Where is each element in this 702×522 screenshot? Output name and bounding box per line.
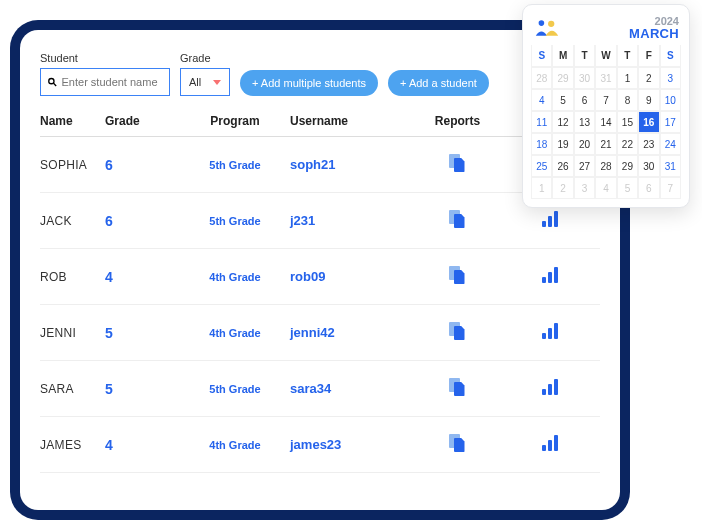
calendar-dow: F — [638, 45, 659, 67]
calendar-day[interactable]: 2 — [552, 177, 573, 199]
calendar-header: 2024 MARCH — [531, 15, 681, 41]
calendar-day[interactable]: 16 — [638, 111, 659, 133]
report-icon — [449, 210, 467, 228]
calendar-day[interactable]: 1 — [617, 67, 638, 89]
cell-program[interactable]: 4th Grade — [180, 439, 290, 451]
student-search-input[interactable] — [40, 68, 170, 96]
cell-grade[interactable]: 4 — [105, 269, 180, 285]
table-body: SOPHIA65th Gradesoph21JACK65th Gradej231… — [40, 137, 600, 473]
col-header-grade: Grade — [105, 114, 180, 128]
calendar-day[interactable]: 29 — [617, 155, 638, 177]
grade-filter-label: Grade — [180, 52, 230, 64]
cell-username[interactable]: soph21 — [290, 157, 405, 172]
cell-program[interactable]: 4th Grade — [180, 271, 290, 283]
grade-select[interactable]: All — [180, 68, 230, 96]
cell-reports[interactable] — [405, 154, 510, 175]
calendar-dow: W — [595, 45, 616, 67]
calendar-day[interactable]: 12 — [552, 111, 573, 133]
col-header-name: Name — [40, 114, 105, 128]
calendar-day[interactable]: 13 — [574, 111, 595, 133]
calendar-day[interactable]: 4 — [595, 177, 616, 199]
cell-reports[interactable] — [405, 378, 510, 399]
calendar-day[interactable]: 6 — [638, 177, 659, 199]
add-multiple-students-button[interactable]: + Add multiple students — [240, 70, 378, 96]
add-student-button[interactable]: + Add a student — [388, 70, 489, 96]
cell-grade[interactable]: 4 — [105, 437, 180, 453]
calendar-day[interactable]: 30 — [574, 67, 595, 89]
calendar-day[interactable]: 14 — [595, 111, 616, 133]
calendar-meta: 2024 MARCH — [629, 15, 679, 41]
cell-progress[interactable] — [510, 379, 590, 398]
calendar-day[interactable]: 31 — [660, 155, 681, 177]
calendar-day[interactable]: 9 — [638, 89, 659, 111]
cell-username[interactable]: james23 — [290, 437, 405, 452]
svg-point-0 — [49, 79, 54, 84]
table-row: JACK65th Gradej231 — [40, 193, 600, 249]
calendar-day[interactable]: 21 — [595, 133, 616, 155]
cell-grade[interactable]: 6 — [105, 157, 180, 173]
search-icon — [47, 76, 58, 88]
cell-progress[interactable] — [510, 435, 590, 454]
calendar-day[interactable]: 5 — [617, 177, 638, 199]
calendar-day[interactable]: 2 — [638, 67, 659, 89]
calendar-day[interactable]: 7 — [660, 177, 681, 199]
table-header: Name Grade Program Username Reports Prog… — [40, 114, 600, 137]
cell-name: JAMES — [40, 438, 105, 452]
col-header-reports: Reports — [405, 114, 510, 128]
report-icon — [449, 266, 467, 284]
calendar-day[interactable]: 25 — [531, 155, 552, 177]
cell-program[interactable]: 4th Grade — [180, 327, 290, 339]
calendar-day[interactable]: 28 — [595, 155, 616, 177]
calendar-dow: T — [617, 45, 638, 67]
calendar-day[interactable]: 20 — [574, 133, 595, 155]
cell-reports[interactable] — [405, 434, 510, 455]
cell-username[interactable]: rob09 — [290, 269, 405, 284]
calendar-day[interactable]: 17 — [660, 111, 681, 133]
calendar-day[interactable]: 15 — [617, 111, 638, 133]
calendar-day[interactable]: 23 — [638, 133, 659, 155]
calendar-day[interactable]: 6 — [574, 89, 595, 111]
cell-progress[interactable] — [510, 323, 590, 342]
grade-filter: Grade All — [180, 52, 230, 96]
cell-username[interactable]: jenni42 — [290, 325, 405, 340]
student-search-field[interactable] — [62, 76, 164, 88]
calendar-day[interactable]: 27 — [574, 155, 595, 177]
cell-progress[interactable] — [510, 267, 590, 286]
calendar-day[interactable]: 1 — [531, 177, 552, 199]
calendar-day[interactable]: 3 — [574, 177, 595, 199]
cell-reports[interactable] — [405, 210, 510, 231]
svg-line-1 — [54, 83, 57, 86]
cell-username[interactable]: sara34 — [290, 381, 405, 396]
cell-progress[interactable] — [510, 211, 590, 230]
calendar-day[interactable]: 26 — [552, 155, 573, 177]
cell-reports[interactable] — [405, 266, 510, 287]
cell-reports[interactable] — [405, 322, 510, 343]
cell-program[interactable]: 5th Grade — [180, 215, 290, 227]
calendar-day[interactable]: 10 — [660, 89, 681, 111]
calendar-day[interactable]: 24 — [660, 133, 681, 155]
cell-grade[interactable]: 6 — [105, 213, 180, 229]
cell-grade[interactable]: 5 — [105, 381, 180, 397]
calendar-day[interactable]: 29 — [552, 67, 573, 89]
student-filter-label: Student — [40, 52, 170, 64]
calendar-day[interactable]: 31 — [595, 67, 616, 89]
progress-icon — [542, 211, 558, 227]
calendar-day[interactable]: 3 — [660, 67, 681, 89]
progress-icon — [542, 379, 558, 395]
calendar-day[interactable]: 4 — [531, 89, 552, 111]
calendar-day[interactable]: 8 — [617, 89, 638, 111]
chevron-down-icon — [213, 80, 221, 85]
calendar-day[interactable]: 18 — [531, 133, 552, 155]
calendar-day[interactable]: 22 — [617, 133, 638, 155]
calendar-day[interactable]: 5 — [552, 89, 573, 111]
cell-grade[interactable]: 5 — [105, 325, 180, 341]
calendar-day[interactable]: 11 — [531, 111, 552, 133]
progress-icon — [542, 323, 558, 339]
cell-username[interactable]: j231 — [290, 213, 405, 228]
calendar-day[interactable]: 19 — [552, 133, 573, 155]
calendar-day[interactable]: 30 — [638, 155, 659, 177]
cell-program[interactable]: 5th Grade — [180, 383, 290, 395]
calendar-day[interactable]: 28 — [531, 67, 552, 89]
cell-program[interactable]: 5th Grade — [180, 159, 290, 171]
calendar-day[interactable]: 7 — [595, 89, 616, 111]
